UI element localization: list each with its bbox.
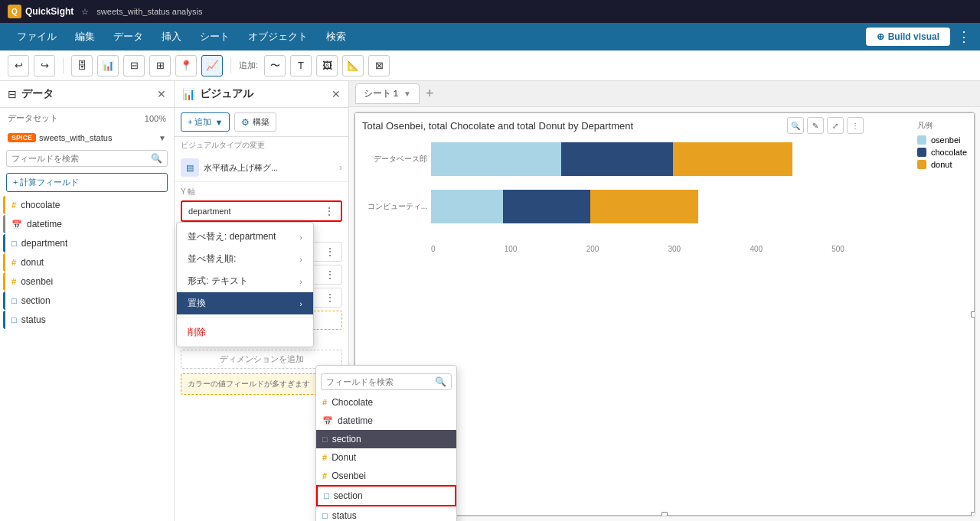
sheet-tab-1[interactable]: シート１ ▼	[355, 83, 420, 104]
replace-arrow-icon: ›	[299, 299, 302, 308]
x-axis-label: 200	[586, 245, 599, 253]
replace-item[interactable]: 置換 › 🔍 # Chocolate 📅	[177, 292, 313, 314]
replace-field-section-dark[interactable]: □ section	[316, 430, 456, 448]
dataset-selector[interactable]: SPICE sweets_with_status ▼	[0, 129, 174, 147]
x-axis-label: 400	[750, 245, 763, 253]
menubar-more-icon[interactable]: ⋮	[957, 28, 971, 45]
x-axis-label: 300	[668, 245, 681, 253]
field-item-donut[interactable]: # donut	[3, 253, 171, 272]
resize-handle-right[interactable]	[971, 311, 975, 317]
data-panel-close[interactable]: ✕	[157, 88, 166, 100]
sheet-add-icon[interactable]: +	[423, 86, 437, 102]
add-shape-button[interactable]: 📐	[342, 55, 364, 77]
replace-field-datetime[interactable]: 📅 datetime	[316, 412, 456, 430]
chart-zoom-btn[interactable]: 🔍	[787, 117, 804, 134]
resize-handle-bottom[interactable]	[662, 512, 668, 516]
bar-row: コンピューティ...	[431, 190, 844, 223]
legend-item-osenbei: osenbei	[917, 135, 967, 145]
replace-field-section-red[interactable]: □ section	[316, 485, 456, 506]
visual-type-item[interactable]: ▤ 水平積み上げ棒グ... ›	[175, 154, 348, 182]
replace-icon-hash: #	[322, 398, 327, 407]
replace-field-status[interactable]: □ status	[316, 506, 456, 521]
calc-field-button[interactable]: + 計算フィールド	[6, 173, 168, 192]
chart-icon-button[interactable]: 📊	[97, 55, 119, 77]
add-box-button[interactable]: ⊠	[368, 55, 390, 77]
replace-field-donut[interactable]: # Donut	[316, 448, 456, 467]
menu-object[interactable]: オブジェクト	[240, 27, 315, 47]
field-item-datetime[interactable]: 📅 datetime	[3, 215, 171, 233]
chart-expand-btn[interactable]: ⤢	[827, 117, 844, 134]
dataset-dropdown-icon[interactable]: ▼	[158, 134, 166, 142]
sort-department-item[interactable]: 並べ替え: department ›	[177, 226, 313, 248]
menu-sheet[interactable]: シート	[192, 27, 237, 47]
undo-button[interactable]: ↩	[8, 55, 29, 77]
toolbar-sep-2	[230, 58, 231, 73]
add-line-button[interactable]: 〜	[264, 55, 286, 77]
bar-stack	[431, 190, 698, 223]
donut-slot-menu[interactable]: ⋮	[325, 291, 335, 304]
field-item-osenbei[interactable]: # osenbei	[3, 272, 171, 291]
menu-edit[interactable]: 編集	[67, 27, 103, 47]
filter-icon-button[interactable]: ⊟	[123, 55, 145, 77]
department-field-slot[interactable]: department ⋮	[181, 200, 342, 222]
field-item-chocolate[interactable]: # chocolate	[3, 196, 171, 214]
field-icon-hash: #	[11, 277, 16, 286]
dataset-row: データセット 100%	[0, 108, 174, 129]
dataset-pct: 100%	[145, 114, 166, 123]
data-icon-button[interactable]: 🗄	[71, 55, 93, 77]
replace-field-osenbei[interactable]: # Osenbei	[316, 467, 456, 485]
replace-field-chocolate[interactable]: # Chocolate	[316, 393, 456, 412]
replace-icon-hash: #	[322, 453, 327, 462]
chart-more-btn[interactable]: ⋮	[847, 117, 864, 134]
field-name: donut	[21, 257, 44, 268]
osenbei-slot-menu[interactable]: ⋮	[325, 246, 335, 258]
fields-icon-button[interactable]: ⊞	[149, 55, 171, 77]
replace-name: datetime	[338, 415, 373, 426]
replace-icon-dim: □	[324, 491, 329, 500]
x-axis-label: 500	[831, 245, 844, 253]
data-panel: ⊟ データ ✕ データセット 100% SPICE sweets_with_st…	[0, 81, 175, 521]
chart-legend: 凡例 osenbei chocolate donut	[917, 120, 967, 172]
menu-insert[interactable]: 挿入	[154, 27, 189, 47]
field-icon-cal: 📅	[11, 220, 22, 230]
replace-icon-dim: □	[322, 435, 328, 444]
slot-menu-icon[interactable]: ⋮	[324, 205, 335, 217]
field-item-department[interactable]: □ department	[3, 234, 171, 252]
field-search-input[interactable]	[11, 154, 148, 163]
app-logo: Q QuickSight	[8, 5, 74, 18]
visual-panel-close[interactable]: ✕	[332, 88, 341, 100]
delete-item[interactable]: 削除	[177, 321, 313, 344]
replace-name: Osenbei	[332, 471, 366, 481]
legend-dot-chocolate	[917, 148, 926, 157]
tab-arrow-icon: ▼	[403, 90, 411, 98]
menu-data[interactable]: データ	[106, 27, 151, 47]
legend-label-donut: donut	[931, 160, 952, 169]
build-visual-button[interactable]: ⊕ Build visual	[866, 28, 950, 46]
line-chart-button[interactable]: 📈	[201, 55, 223, 77]
sort-order-arrow-icon: ›	[299, 255, 302, 264]
build-button[interactable]: ⚙ 構築	[234, 112, 276, 132]
sort-order-item[interactable]: 並べ替え順: ›	[177, 248, 313, 270]
visual-type-arrow: ›	[339, 162, 342, 173]
chocolate-slot-menu[interactable]: ⋮	[325, 269, 335, 281]
pin-icon-button[interactable]: 📍	[175, 55, 197, 77]
add-text-button[interactable]: T	[290, 55, 312, 77]
build-visual-circle-icon: ⊕	[877, 31, 884, 42]
gear-icon: ⚙	[241, 117, 250, 128]
field-item-section[interactable]: □ section	[3, 291, 171, 310]
field-name: chocolate	[21, 200, 60, 210]
redo-button[interactable]: ↪	[34, 55, 55, 77]
resize-handle-corner[interactable]	[971, 512, 975, 516]
format-item[interactable]: 形式: テキスト ›	[177, 270, 313, 292]
add-image-button[interactable]: 🖼	[316, 55, 338, 77]
field-item-status[interactable]: □ status	[3, 311, 171, 329]
field-search-icon: 🔍	[151, 153, 162, 164]
add-field-button[interactable]: + 追加 ▼	[181, 112, 230, 132]
field-icon-dim: □	[11, 239, 17, 248]
replace-search-input[interactable]	[326, 377, 432, 386]
chart-edit-btn[interactable]: ✎	[807, 117, 824, 134]
menu-file[interactable]: ファイル	[9, 27, 64, 47]
replace-name: Donut	[332, 452, 356, 463]
menu-search[interactable]: 検索	[318, 27, 354, 47]
field-name: osenbei	[21, 276, 53, 287]
